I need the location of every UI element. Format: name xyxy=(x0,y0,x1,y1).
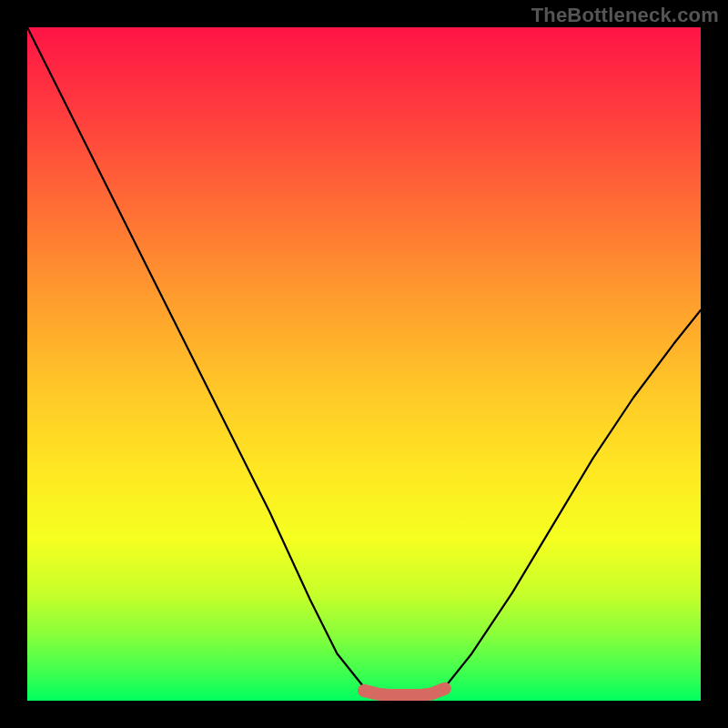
watermark-text: TheBottleneck.com xyxy=(531,4,719,27)
chart-frame: TheBottleneck.com xyxy=(0,0,728,728)
plot-area xyxy=(27,27,701,701)
flat-zone-marker-path xyxy=(364,689,445,695)
bottleneck-curve-path xyxy=(27,27,701,701)
curve-svg xyxy=(27,27,701,701)
